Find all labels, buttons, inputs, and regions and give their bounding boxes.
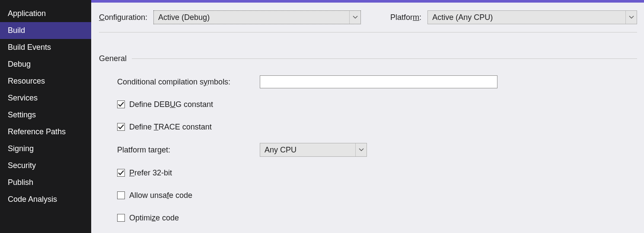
sidebar-item-publish[interactable]: Publish <box>0 174 91 191</box>
general-form: Conditional compilation symbols: Define … <box>99 63 637 224</box>
sidebar-item-build-events[interactable]: Build Events <box>0 39 91 56</box>
build-page: Configuration: Active (Debug) Platform: … <box>91 0 644 233</box>
sidebar-item-label: Signing <box>8 144 34 153</box>
sidebar-item-application[interactable]: Application <box>0 5 91 22</box>
row-conditional-symbols: Conditional compilation symbols: <box>117 75 637 88</box>
platform-target-dropdown[interactable]: Any CPU <box>260 143 367 157</box>
sidebar: Application Build Build Events Debug Res… <box>0 0 91 233</box>
allow-unsafe-checkbox[interactable] <box>117 191 125 199</box>
sidebar-item-build[interactable]: Build <box>0 22 91 39</box>
sidebar-item-label: Reference Paths <box>8 127 66 136</box>
section-divider <box>132 58 637 59</box>
sidebar-item-label: Application <box>8 9 46 18</box>
row-define-trace: Define TRACE constant <box>117 120 637 133</box>
sidebar-item-resources[interactable]: Resources <box>0 73 91 90</box>
row-define-debug: Define DEBUG constant <box>117 98 637 111</box>
row-optimize-code: Optimize code <box>117 211 637 224</box>
optimize-code-label[interactable]: Optimize code <box>129 214 179 223</box>
sidebar-item-label: Settings <box>8 110 36 119</box>
sidebar-item-label: Resources <box>8 77 45 85</box>
section-general: General <box>99 54 637 63</box>
configuration-dropdown[interactable]: Active (Debug) <box>153 10 361 24</box>
sidebar-item-signing[interactable]: Signing <box>0 140 91 157</box>
sidebar-item-code-analysis[interactable]: Code Analysis <box>0 191 91 208</box>
sidebar-item-settings[interactable]: Settings <box>0 107 91 123</box>
define-trace-label[interactable]: Define TRACE constant <box>129 123 212 132</box>
platform-label: Platform: <box>390 13 421 22</box>
optimize-code-checkbox[interactable] <box>117 214 125 222</box>
conditional-symbols-label: Conditional compilation symbols: <box>117 78 260 87</box>
sidebar-item-debug[interactable]: Debug <box>0 56 91 73</box>
platform-target-label: Platform target: <box>117 146 260 155</box>
define-trace-checkbox[interactable] <box>117 123 125 131</box>
configuration-label: Configuration: <box>99 13 147 22</box>
prefer-32bit-label[interactable]: Prefer 32-bit <box>129 168 172 178</box>
sidebar-item-reference-paths[interactable]: Reference Paths <box>0 123 91 140</box>
sidebar-item-label: Code Analysis <box>8 195 57 204</box>
define-debug-checkbox[interactable] <box>117 100 125 108</box>
sidebar-item-label: Services <box>8 94 38 102</box>
sidebar-item-label: Build <box>8 26 25 35</box>
config-platform-row: Configuration: Active (Debug) Platform: … <box>99 3 637 32</box>
configuration-value: Active (Debug) <box>158 13 349 22</box>
sidebar-item-label: Security <box>8 161 36 170</box>
define-debug-label[interactable]: Define DEBUG constant <box>129 100 213 109</box>
section-title: General <box>99 54 127 63</box>
sidebar-item-label: Publish <box>8 178 33 187</box>
platform-target-value: Any CPU <box>265 146 355 155</box>
row-platform-target: Platform target: Any CPU <box>117 143 637 157</box>
sidebar-item-label: Build Events <box>8 43 51 52</box>
sidebar-item-label: Debug <box>8 60 31 68</box>
chevron-down-icon <box>349 11 360 24</box>
platform-dropdown[interactable]: Active (Any CPU) <box>427 10 637 24</box>
sidebar-item-services[interactable]: Services <box>0 90 91 107</box>
conditional-symbols-input[interactable] <box>260 75 497 88</box>
chevron-down-icon <box>355 143 367 156</box>
allow-unsafe-label[interactable]: Allow unsafe code <box>129 191 192 200</box>
chevron-down-icon <box>625 11 637 24</box>
sidebar-item-security[interactable]: Security <box>0 157 91 174</box>
row-allow-unsafe: Allow unsafe code <box>117 189 637 202</box>
platform-value: Active (Any CPU) <box>432 13 625 22</box>
prefer-32bit-checkbox[interactable] <box>117 169 125 177</box>
row-prefer-32bit: Prefer 32-bit <box>117 166 637 179</box>
